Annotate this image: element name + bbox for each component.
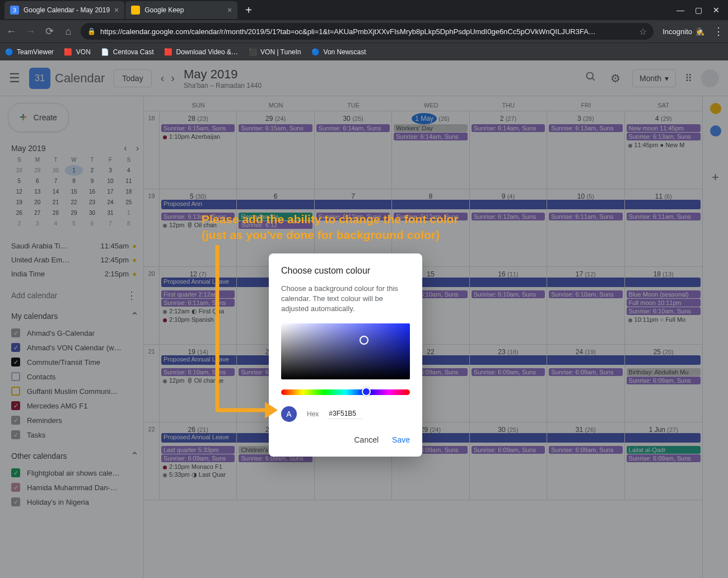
event-chip[interactable]: Sunrise: 6:15am, Suns [239, 124, 312, 132]
calendar-checkbox[interactable]: ✓ [11, 468, 20, 477]
day-cell[interactable]: 1 Jun (27)Lailat al-QadrSunrise: 6:09am,… [625, 422, 702, 500]
mini-next-button[interactable]: › [136, 143, 139, 153]
event-chip[interactable]: Sunrise: 6:09am, Suns [161, 454, 235, 462]
day-cell[interactable]: 2 (27)Sunrise: 6:14am, Suns [470, 111, 547, 189]
calendar-list-item[interactable]: ✓Ahmad's VON Calendar (w… [11, 340, 137, 355]
mini-day[interactable]: 3 [101, 165, 120, 176]
day-cell[interactable]: 12 (7)First quarter 2:12amSunrise: 6:11a… [160, 267, 237, 344]
calendar-list-item[interactable]: ✓Holiday's in Nigeria [11, 495, 137, 509]
calendar-list-item[interactable]: ✓Ahmad's G-Calendar [11, 326, 137, 340]
day-cell[interactable]: 30 (25)Sunrise: 6:14am, Suns [315, 111, 392, 189]
bookmark-item[interactable]: 🔵TeamViewer [4, 48, 54, 57]
event-chip[interactable]: Sunrise: 6:12 [239, 221, 312, 229]
browser-tab[interactable]: Google Keep× [125, 1, 237, 19]
event-chip[interactable]: New moon 11:45pm [627, 124, 701, 132]
event-chip[interactable]: Sunrise: 6:09am, Suns [472, 368, 545, 376]
mini-day[interactable]: 1 [65, 165, 83, 176]
day-cell[interactable]: 1 May (26)Workers' DaySunrise: 6:14am, S… [392, 111, 469, 189]
apps-grid-button[interactable]: ⠿ [685, 72, 692, 84]
mini-prev-button[interactable]: ‹ [124, 143, 127, 153]
timed-event[interactable]: 1:10pm Azerbaijan [161, 133, 235, 140]
mini-day[interactable]: 23 [83, 197, 101, 208]
timed-event[interactable]: 12pm 🛢 Oil chan [161, 221, 235, 229]
mini-day[interactable]: 20 [29, 197, 47, 208]
event-chip[interactable]: Sunrise: 6:12am, Suns [316, 213, 390, 220]
mini-day[interactable]: 21 [46, 197, 65, 208]
today-button[interactable]: Today [114, 69, 151, 87]
bookmark-item[interactable]: 🟥VON [64, 48, 91, 57]
calendar-checkbox[interactable]: ✓ [11, 401, 20, 410]
timed-event[interactable]: 10:11pm ○ Full Mo [626, 316, 701, 323]
mini-day[interactable]: 2 [83, 165, 101, 176]
day-cell[interactable]: 4 (29)New moon 11:45pmSunrise: 6:13am, S… [625, 111, 702, 189]
mini-day[interactable]: 30 [46, 165, 65, 176]
mini-day[interactable]: 12 [10, 186, 29, 197]
day-cell[interactable]: 16 (11)Sunrise: 6:10am, Suns [470, 267, 547, 344]
add-calendar-input[interactable]: Add calendar [11, 288, 127, 303]
timed-event[interactable]: 12pm 🛢 Oil change [161, 377, 235, 384]
event-chip[interactable]: Sunrise: 6:10am, Suns [472, 290, 545, 298]
view-switcher[interactable]: Month ▾ [632, 69, 676, 87]
day-cell[interactable]: 17 (12)Sunrise: 6:10am, Suns [547, 267, 624, 344]
mini-day[interactable]: 17 [101, 186, 120, 197]
bookmark-item[interactable]: ⬛VON | TuneIn [248, 48, 301, 57]
event-chip[interactable]: Birthday: Abdullah Mu [627, 368, 701, 376]
calendar-checkbox[interactable] [11, 372, 20, 381]
mini-day[interactable]: 7 [101, 218, 120, 229]
search-button[interactable] [583, 71, 599, 85]
mini-day[interactable]: 6 [83, 218, 101, 229]
event-chip[interactable]: First quarter 2:12am [161, 290, 235, 298]
event-chip[interactable]: Lailat al-Qadr [627, 446, 701, 454]
event-chip[interactable]: Sunrise: 6:10am, Suns [627, 307, 701, 315]
add-addon-button[interactable]: + [712, 170, 719, 185]
event-chip[interactable]: Sunrise: 6:13am, Suns [161, 213, 235, 220]
bookmark-star-icon[interactable]: ☆ [639, 26, 647, 37]
cancel-button[interactable]: Cancel [354, 435, 379, 444]
event-chip[interactable]: Blue Moon (seasonal) [627, 290, 701, 298]
mini-day[interactable]: 26 [10, 208, 29, 218]
calendar-checkbox[interactable]: ✓ [11, 343, 20, 352]
calendar-list-item[interactable]: ✓Commute/Transit Time [11, 355, 137, 369]
mini-day[interactable]: 14 [46, 186, 65, 197]
timed-event[interactable]: 2:10pm Monaco F1 [161, 463, 235, 471]
day-cell[interactable]: 23 (18)Sunrise: 6:09am, Suns [470, 345, 547, 422]
day-cell[interactable]: 3 (28)Sunrise: 6:13am, Suns [547, 111, 624, 189]
hue-handle[interactable] [362, 387, 371, 396]
mini-day[interactable]: 19 [10, 197, 29, 208]
event-chip[interactable]: Ramadan Sta [239, 213, 312, 220]
event-chip[interactable]: Sunrise: 6:14am, Suns [316, 124, 390, 132]
section-my-calendars[interactable]: My calendars⌃ [11, 310, 139, 322]
event-chip[interactable]: Sunrise: 6:14am, Suns [472, 124, 545, 132]
maximize-button[interactable]: ▢ [694, 6, 702, 14]
calendar-checkbox[interactable]: ✓ [11, 328, 20, 337]
calendar-list-item[interactable]: ✓Flightglobal air shows cale… [11, 466, 137, 480]
new-tab-button[interactable]: + [239, 4, 259, 17]
mini-day[interactable]: 4 [46, 218, 65, 229]
day-cell[interactable]: 25 (20)Birthday: Abdullah MuSunrise: 6:0… [625, 345, 702, 422]
calendar-list-item[interactable]: Guffanti Muslim Communi… [11, 384, 137, 398]
day-cell[interactable]: 5 (30)Sunrise: 6:13am, Suns12pm 🛢 Oil ch… [160, 189, 237, 266]
keep-icon[interactable] [710, 103, 721, 114]
event-chip[interactable]: Last quarter 5:33pm [161, 446, 235, 454]
day-cell[interactable]: 26 (21)Last quarter 5:33pmSunrise: 6:09a… [160, 422, 237, 500]
event-chip[interactable]: Sunrise: 6:09am, Suns [472, 446, 545, 454]
create-button[interactable]: + Create [8, 103, 69, 132]
close-tab-icon[interactable]: × [114, 6, 119, 15]
event-chip[interactable]: Sunrise: 6:09am, Suns [549, 368, 622, 376]
mini-day[interactable]: 9 [83, 176, 101, 186]
calendar-list-item[interactable]: ✓Hamida Muhammad Dan-… [11, 480, 137, 495]
day-cell[interactable]: 31 (26)Sunrise: 6:09am, Suns [547, 422, 624, 500]
calendar-list-item[interactable]: Contacts [11, 369, 137, 384]
day-cell[interactable]: 30 (25)Sunrise: 6:09am, Suns [470, 422, 547, 500]
calendar-list-item[interactable]: ✓Mercedes AMG F1 [11, 398, 137, 413]
mini-day[interactable]: 13 [29, 186, 47, 197]
calendar-checkbox[interactable]: ✓ [11, 430, 20, 439]
browser-menu-button[interactable]: ⋮ [713, 25, 724, 37]
bookmark-item[interactable]: 🔵Von Newscast [311, 48, 366, 57]
event-chip[interactable]: Sunrise: 6:10am, Suns [161, 368, 235, 376]
event-chip[interactable]: Sunrise: 6:11am, Suns [627, 213, 701, 220]
event-chip[interactable]: Sunrise: 6:11am, Suns [549, 213, 622, 220]
day-cell[interactable]: 18 (13)Blue Moon (seasonal)Full moon 10:… [625, 267, 702, 344]
hue-slider[interactable] [281, 389, 410, 395]
mini-day[interactable]: 5 [10, 176, 29, 186]
